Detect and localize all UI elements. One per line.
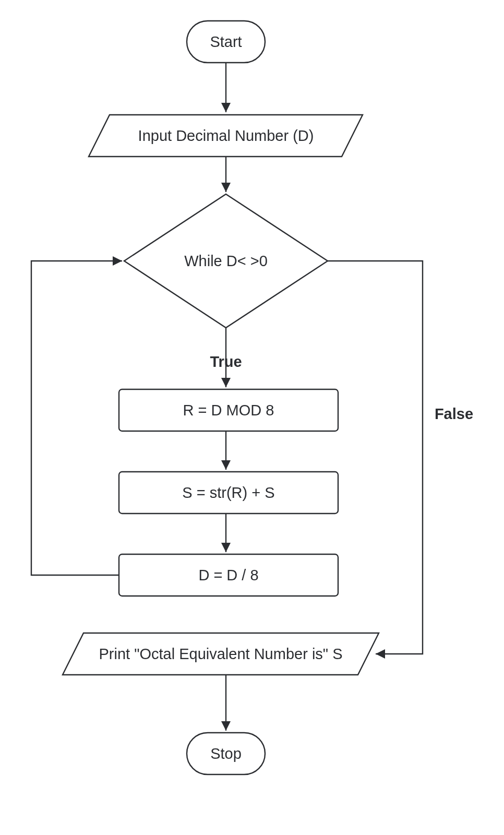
decision-label: While D< >0 — [184, 253, 268, 269]
process-1-label: R = D MOD 8 — [183, 402, 274, 419]
false-label: False — [435, 405, 473, 422]
edge-loop-back — [31, 261, 122, 575]
flowchart-canvas: Start Input Decimal Number (D) While D< … — [0, 0, 504, 835]
process-2-label: S = str(R) + S — [182, 484, 274, 501]
input-label: Input Decimal Number (D) — [138, 127, 314, 144]
process-3-label: D = D / 8 — [198, 567, 258, 583]
output-label: Print "Octal Equivalent Number is" S — [99, 646, 342, 662]
start-label: Start — [210, 33, 242, 50]
stop-label: Stop — [210, 745, 242, 762]
true-label: True — [210, 353, 242, 370]
edge-decision-output — [328, 261, 423, 654]
